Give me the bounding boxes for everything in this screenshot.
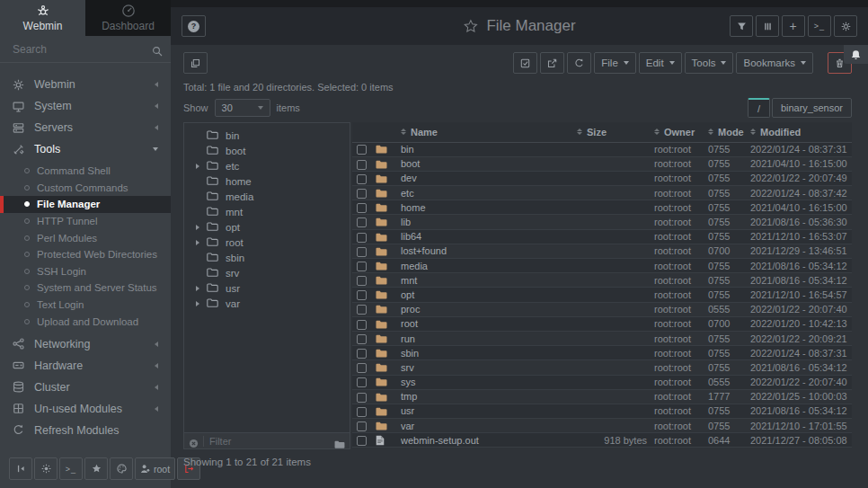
tree-item-usr[interactable]: usr bbox=[184, 280, 350, 296]
theme-palette-button[interactable] bbox=[110, 457, 133, 480]
expand-caret-icon[interactable] bbox=[196, 164, 207, 169]
cell-name[interactable]: run bbox=[401, 331, 577, 345]
user-button[interactable]: root bbox=[135, 457, 175, 480]
sidebar-subitem-file-manager[interactable]: File Manager bbox=[0, 196, 171, 213]
tree-item-boot[interactable]: boot bbox=[184, 143, 350, 158]
row-checkbox[interactable] bbox=[357, 393, 367, 403]
row-checkbox[interactable] bbox=[357, 290, 367, 300]
cell-name[interactable]: media bbox=[401, 259, 577, 273]
sidebar-item-tools[interactable]: Tools bbox=[0, 138, 171, 160]
sort-icon[interactable] bbox=[654, 129, 660, 135]
favorite-star-icon[interactable] bbox=[463, 19, 478, 34]
help-button[interactable]: ? bbox=[182, 15, 206, 37]
table-row-media[interactable]: mediaroot:root07552021/08/16 - 05:34:12 bbox=[352, 259, 852, 273]
row-checkbox[interactable] bbox=[357, 233, 367, 243]
column-header-size[interactable]: Size bbox=[577, 122, 654, 142]
row-checkbox[interactable] bbox=[357, 363, 367, 373]
row-checkbox[interactable] bbox=[357, 189, 367, 199]
table-row-var[interactable]: varroot:root07552021/12/10 - 17:01:55 bbox=[352, 419, 852, 433]
terminal-button[interactable]: >_ bbox=[59, 457, 83, 480]
collapse-sidebar-button[interactable] bbox=[9, 457, 32, 480]
breadcrumb-segment[interactable]: binary_sensor bbox=[772, 98, 852, 118]
columns-button[interactable] bbox=[756, 15, 779, 37]
table-row-etc[interactable]: etcroot:root07552022/01/24 - 08:37:42 bbox=[352, 186, 852, 200]
table-row-run[interactable]: runroot:root07552022/01/22 - 20:09:21 bbox=[352, 331, 852, 345]
settings-button[interactable] bbox=[834, 15, 857, 37]
column-header-modified[interactable]: Modified bbox=[750, 122, 852, 142]
cell-name[interactable]: sys bbox=[401, 375, 577, 389]
cell-name[interactable]: proc bbox=[401, 302, 577, 316]
terminal-button[interactable]: >_ bbox=[808, 15, 831, 37]
row-checkbox[interactable] bbox=[357, 247, 367, 257]
tree-item-sbin[interactable]: sbin bbox=[184, 250, 350, 265]
table-row-tmp[interactable]: tmproot:root17772022/01/25 - 10:00:03 bbox=[352, 389, 852, 404]
sidebar-item-webmin[interactable]: Webmin bbox=[0, 74, 171, 95]
column-header-owner[interactable]: Owner bbox=[654, 122, 708, 142]
tree-filter-input[interactable]: Filter bbox=[203, 436, 334, 447]
row-checkbox[interactable] bbox=[357, 436, 367, 446]
table-row-bin[interactable]: binroot:root07552022/01/24 - 08:37:31 bbox=[352, 142, 852, 156]
cell-name[interactable]: usr bbox=[401, 404, 577, 418]
sidebar-subitem-system-and-server-status[interactable]: System and Server Status bbox=[0, 279, 171, 297]
table-row-proc[interactable]: procroot:root05552022/01/22 - 20:07:40 bbox=[352, 302, 852, 316]
table-row-root[interactable]: rootroot:root07002022/01/20 - 10:42:13 bbox=[352, 316, 852, 331]
table-row-dev[interactable]: devroot:root07552022/01/22 - 20:07:49 bbox=[352, 171, 852, 185]
cell-name[interactable]: mnt bbox=[401, 273, 577, 288]
cell-name[interactable]: srv bbox=[401, 360, 577, 375]
table-row-usr[interactable]: usrroot:root07552021/08/16 - 05:34:12 bbox=[352, 404, 852, 418]
tree-item-var[interactable]: var bbox=[184, 296, 350, 311]
table-row-home[interactable]: homeroot:root07552021/04/10 - 16:15:00 bbox=[352, 200, 852, 215]
table-row-opt[interactable]: optroot:root07552021/12/10 - 16:54:57 bbox=[352, 288, 852, 302]
refresh-button[interactable] bbox=[567, 52, 591, 74]
sidebar-subitem-text-login[interactable]: Text Login bbox=[0, 297, 171, 314]
row-checkbox[interactable] bbox=[357, 217, 367, 227]
sidebar-subitem-custom-commands[interactable]: Custom Commands bbox=[0, 180, 171, 197]
sidebar-item-networking[interactable]: Networking bbox=[0, 333, 171, 355]
sort-icon[interactable] bbox=[708, 129, 713, 135]
sort-icon[interactable] bbox=[577, 129, 582, 135]
tab-dashboard[interactable]: Dashboard bbox=[85, 0, 171, 36]
table-row-lost-found[interactable]: lost+foundroot:root07002021/12/29 - 13:4… bbox=[352, 244, 852, 258]
table-row-sys[interactable]: sysroot:root05552022/01/22 - 20:07:40 bbox=[352, 375, 852, 389]
cell-name[interactable]: bin bbox=[401, 142, 577, 156]
brightness-button[interactable] bbox=[34, 457, 58, 480]
cell-name[interactable]: webmin-setup.out bbox=[401, 433, 577, 448]
row-checkbox[interactable] bbox=[357, 407, 367, 417]
tab-webmin[interactable]: Webmin bbox=[0, 0, 85, 36]
share-button[interactable] bbox=[540, 52, 564, 74]
tree-item-media[interactable]: media bbox=[184, 189, 350, 204]
notifications-tab[interactable] bbox=[844, 45, 868, 64]
tree-item-bin[interactable]: bin bbox=[184, 128, 350, 143]
sidebar-item-refresh-modules[interactable]: Refresh Modules bbox=[0, 420, 171, 441]
tree-item-mnt[interactable]: mnt bbox=[184, 204, 350, 219]
menu-file-button[interactable]: File bbox=[594, 52, 636, 74]
cell-name[interactable]: lost+found bbox=[401, 244, 577, 258]
sidebar-item-hardware[interactable]: Hardware bbox=[0, 355, 171, 377]
cell-name[interactable]: sbin bbox=[401, 346, 577, 360]
menu-tools-button[interactable]: Tools bbox=[685, 52, 734, 74]
plus-button[interactable]: + bbox=[782, 15, 805, 37]
row-checkbox[interactable] bbox=[357, 377, 367, 387]
tree-item-etc[interactable]: etc bbox=[184, 158, 350, 173]
sidebar-item-system[interactable]: System bbox=[0, 95, 171, 117]
filter-button[interactable] bbox=[730, 15, 753, 37]
cell-name[interactable]: dev bbox=[401, 171, 577, 185]
sort-icon[interactable] bbox=[750, 129, 756, 135]
cell-name[interactable]: lib64 bbox=[401, 229, 577, 244]
cell-name[interactable]: opt bbox=[401, 288, 577, 302]
tree-item-root[interactable]: root bbox=[184, 235, 350, 250]
cell-name[interactable]: boot bbox=[401, 156, 577, 171]
expand-caret-icon[interactable] bbox=[196, 225, 207, 230]
expand-caret-icon[interactable] bbox=[196, 286, 207, 291]
folder-goto-icon[interactable] bbox=[334, 437, 345, 446]
expand-caret-icon[interactable] bbox=[196, 301, 207, 306]
menu-edit-button[interactable]: Edit bbox=[639, 52, 682, 74]
sidebar-item-un-used-modules[interactable]: Un-used Modules bbox=[0, 398, 171, 420]
favorites-star-button[interactable] bbox=[84, 457, 108, 480]
sidebar-subitem-ssh-login[interactable]: SSH Login bbox=[0, 263, 171, 280]
sort-icon[interactable] bbox=[401, 129, 406, 135]
menu-bookmarks-button[interactable]: Bookmarks bbox=[736, 52, 813, 74]
row-checkbox[interactable] bbox=[357, 334, 367, 344]
sidebar-subitem-perl-modules[interactable]: Perl Modules bbox=[0, 229, 171, 246]
breadcrumb-segment[interactable]: / bbox=[748, 98, 770, 118]
